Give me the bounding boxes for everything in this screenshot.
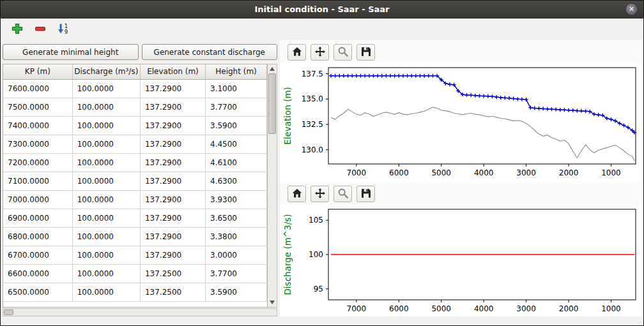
zoom-button[interactable] [334, 44, 352, 61]
table-cell[interactable]: 6600.0000 [3, 264, 72, 283]
plots-panel: 7000600050004000300020001000137.5135.013… [280, 40, 642, 316]
save-button[interactable] [356, 186, 375, 202]
scrollbar-thumb[interactable] [268, 73, 276, 134]
table-cell[interactable]: 7600.0000 [3, 79, 72, 98]
zoom-button[interactable] [334, 186, 352, 202]
table-cell[interactable]: 100.0000 [72, 209, 140, 227]
table-cell[interactable]: 7000.0000 [3, 190, 72, 209]
svg-text:105: 105 [309, 216, 323, 225]
remove-row-button[interactable] [33, 22, 48, 37]
table-cell[interactable]: 7500.0000 [3, 98, 72, 116]
table-cell[interactable]: 6900.0000 [3, 209, 72, 227]
column-header-elevation[interactable]: Elevation (m) [140, 64, 205, 79]
table-cell[interactable]: 3.3800 [206, 227, 267, 246]
table-cell[interactable]: 137.2900 [140, 98, 205, 116]
table-cell[interactable]: 100.0000 [72, 79, 140, 98]
table-cell[interactable]: 137.2900 [140, 79, 205, 98]
pan-button[interactable] [310, 44, 329, 61]
table-cell[interactable]: 3.5900 [206, 116, 267, 135]
table-cell[interactable]: 4.6300 [206, 172, 267, 190]
generate-constant-discharge-button[interactable]: Generate constant discharge [142, 44, 278, 60]
table-cell[interactable]: 7100.0000 [3, 172, 72, 190]
table-cell[interactable]: 3.5900 [206, 283, 267, 301]
table-cell[interactable]: 100.0000 [72, 264, 140, 283]
table-cell[interactable]: 137.2500 [140, 264, 205, 283]
generate-minimal-height-button[interactable]: Generate minimal height [3, 44, 139, 60]
table-cell[interactable]: 4.6100 [206, 153, 267, 172]
window-title: Initial condition - Saar - Saar [254, 4, 389, 14]
home-button[interactable] [288, 186, 306, 202]
close-button[interactable]: ✕ [625, 3, 638, 15]
table-row: 6900.0000100.0000137.29003.6500 [3, 209, 267, 227]
table-cell[interactable]: 100.0000 [72, 135, 140, 153]
pan-button[interactable] [310, 186, 329, 202]
add-row-button[interactable] [10, 22, 25, 37]
column-header-kp[interactable]: KP (m) [3, 64, 72, 79]
table-cell[interactable]: 7300.0000 [3, 135, 72, 153]
home-button[interactable] [288, 44, 306, 61]
table-viewport: KP (m) Discharge (m³/s) Elevation (m) He… [3, 64, 268, 307]
save-button[interactable] [356, 44, 375, 61]
table-cell[interactable]: 3.7700 [206, 98, 267, 116]
table-horizontal-scrollbar[interactable] [3, 308, 277, 316]
table-cell[interactable]: 137.2900 [140, 209, 205, 227]
table-cell[interactable]: 100.0000 [72, 283, 140, 301]
svg-text:Discharge (m^3/s): Discharge (m^3/s) [282, 214, 293, 295]
table-cell[interactable]: 7400.0000 [3, 116, 72, 135]
svg-text:7000: 7000 [347, 304, 367, 313]
table-cell[interactable]: 3.7700 [206, 264, 267, 283]
table-cell[interactable]: 100.0000 [72, 190, 140, 209]
home-icon [291, 188, 303, 201]
table-cell[interactable]: 137.2900 [140, 116, 205, 135]
column-header-height[interactable]: Height (m) [206, 64, 267, 79]
table-cell[interactable]: 137.2500 [140, 283, 205, 301]
table-cell[interactable]: 100.0000 [72, 116, 140, 135]
table-cell[interactable]: 137.2900 [140, 190, 205, 209]
home-icon [291, 46, 303, 59]
table-row: 7600.0000100.0000137.29003.1000 [3, 79, 267, 98]
svg-text:1000: 1000 [601, 168, 621, 177]
svg-text:137.5: 137.5 [302, 70, 323, 78]
left-panel: Generate minimal height Generate constan… [2, 40, 279, 316]
table-cell[interactable]: 6500.0000 [3, 283, 72, 301]
table-cell[interactable]: 100.0000 [72, 153, 140, 172]
scrollbar-track[interactable] [268, 134, 277, 298]
column-header-discharge[interactable]: Discharge (m³/s) [72, 64, 140, 79]
table-cell[interactable]: 3.6500 [206, 209, 267, 227]
table-body: 7600.0000100.0000137.29003.10007500.0000… [3, 79, 267, 301]
svg-text:130.0: 130.0 [302, 145, 323, 154]
table-cell[interactable]: 6700.0000 [3, 246, 72, 264]
table-cell[interactable]: 6800.0000 [3, 227, 72, 246]
table-cell[interactable]: 100.0000 [72, 227, 140, 246]
table-cell[interactable]: 7200.0000 [3, 153, 72, 172]
discharge-plot-canvas[interactable]: 700060005000400030002000100010510095Disc… [280, 205, 642, 318]
table-cell[interactable]: 137.2900 [140, 227, 205, 246]
table-cell[interactable]: 100.0000 [72, 98, 140, 116]
table-cell[interactable]: 3.1000 [206, 79, 267, 98]
table-vertical-scrollbar[interactable] [268, 64, 277, 307]
table-row: 7300.0000100.0000137.29004.4500 [3, 135, 267, 153]
table-cell[interactable]: 3.9300 [206, 190, 267, 209]
scroll-up-button[interactable] [268, 64, 277, 73]
table-cell[interactable]: 137.2900 [140, 153, 205, 172]
titlebar[interactable]: Initial condition - Saar - Saar ✕ [1, 1, 643, 19]
elevation-plot-toolbar [280, 40, 642, 63]
elevation-plot-canvas[interactable]: 7000600050004000300020001000137.5135.013… [280, 63, 642, 182]
table-cell[interactable]: 137.2900 [140, 172, 205, 190]
scroll-down-button[interactable] [268, 298, 277, 307]
table-cell[interactable]: 137.2900 [140, 135, 205, 153]
table-cell[interactable]: 3.0000 [206, 246, 267, 264]
hscrollbar-thumb[interactable] [4, 309, 13, 315]
table-row: 7100.0000100.0000137.29004.6300 [3, 172, 267, 190]
table-cell[interactable]: 100.0000 [72, 246, 140, 264]
close-icon: ✕ [629, 5, 634, 13]
table-cell[interactable]: 100.0000 [72, 172, 140, 190]
table-cell[interactable]: 4.4500 [206, 135, 267, 153]
sort-1-9-icon: 1 9 [57, 22, 70, 37]
sort-button[interactable]: 1 9 [56, 22, 71, 37]
svg-text:1: 1 [65, 24, 68, 29]
svg-text:5000: 5000 [431, 304, 451, 313]
magnifier-icon [337, 46, 349, 59]
table-cell[interactable]: 137.2900 [140, 246, 205, 264]
table-row: 6500.0000100.0000137.25003.5900 [3, 283, 267, 301]
